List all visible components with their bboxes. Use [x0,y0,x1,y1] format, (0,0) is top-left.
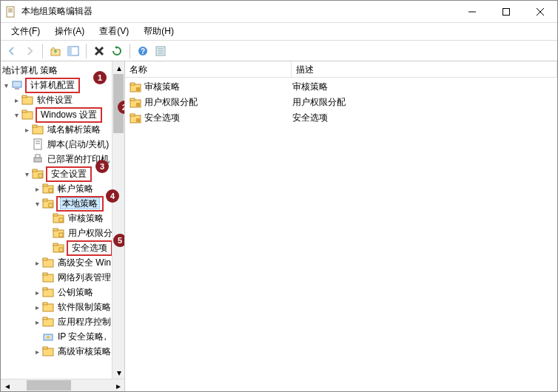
content-area: 地计算机 策略 ▾ 计算机配置 1 ▸ 软件设置 ▾ Windows 设置 [1,61,557,391]
scroll-up-button[interactable]: ▴ [112,61,125,74]
toolbar-separator [86,44,87,58]
tree[interactable]: 地计算机 策略 ▾ 计算机配置 1 ▸ 软件设置 ▾ Windows 设置 [1,61,124,360]
menu-action[interactable]: 操作(A) [47,24,92,39]
maximize-button[interactable] [489,1,523,23]
close-button[interactable] [523,1,557,23]
folder-icon [21,94,33,106]
scroll-left-button[interactable]: ◂ [1,379,13,391]
expand-icon[interactable]: ▸ [11,96,21,104]
expand-icon[interactable]: ▾ [11,111,21,119]
list-item-name: 审核策略 [144,81,180,93]
svg-rect-46 [59,233,63,237]
up-button[interactable] [47,43,64,59]
tree-item-account[interactable]: 帐户策略 [56,183,95,195]
tree-item-scripts[interactable]: 脚本(启动/关机) [46,138,110,151]
tree-item-audit[interactable]: 审核策略 [67,212,105,225]
toolbar: ? [1,41,557,61]
annotation-badge-3: 3 [95,160,109,173]
tree-item-adv-audit[interactable]: 高级审核策略 [56,345,112,358]
svg-rect-40 [49,203,53,207]
column-desc[interactable]: 描述 [292,61,557,77]
svg-rect-26 [33,125,37,127]
ipsec-icon [42,331,54,342]
delete-button[interactable] [91,43,107,59]
help-button[interactable]: ? [135,43,151,59]
scroll-down-button[interactable]: ▾ [112,366,125,379]
tree-item-software-restrict[interactable]: 软件限制策略 [56,301,112,314]
list-item-name: 安全选项 [144,112,180,124]
folder-icon [32,124,44,135]
tree-item-adv-win[interactable]: 高级安全 Win [56,257,112,269]
toolbar-separator [42,44,43,58]
window-title: 本地组策略编辑器 [21,5,455,18]
list-row[interactable]: 审核策略审核策略 [125,79,557,95]
expand-icon[interactable]: ▸ [32,185,42,193]
expand-icon[interactable]: ▸ [32,288,42,297]
tree-horizontal-scrollbar[interactable]: ◂ ▸ [1,379,124,391]
tree-item-nlm[interactable]: 网络列表管理 [56,271,112,284]
svg-rect-57 [43,303,47,305]
expand-icon[interactable]: ▸ [32,318,42,326]
folder-icon [21,109,33,121]
annotation-badge-5: 5 [113,234,124,247]
svg-point-61 [47,336,50,339]
tree-pane: 地计算机 策略 ▾ 计算机配置 1 ▸ 软件设置 ▾ Windows 设置 [1,61,125,391]
tree-item-appctrl[interactable]: 应用程序控制 [56,316,112,328]
tree-item-user-rights[interactable]: 用户权限分 [67,227,114,240]
svg-rect-69 [136,103,140,107]
tree-item-dns[interactable]: 域名解析策略 [46,124,102,136]
annotation-badge-1: 1 [93,71,107,84]
folder-lock-icon [130,112,141,124]
expand-icon[interactable]: ▸ [32,259,42,267]
scroll-right-button[interactable]: ▸ [112,379,124,391]
expand-icon[interactable]: ▸ [21,126,32,134]
menu-view[interactable]: 查看(V) [92,24,136,39]
app-icon [5,6,17,18]
tree-item-security-options: 安全选项 [67,240,112,256]
printer-icon [32,153,44,165]
svg-rect-27 [34,139,41,149]
folder-lock-icon [42,183,54,195]
expand-icon[interactable]: ▾ [32,200,42,208]
show-hide-tree-button[interactable] [65,43,81,59]
svg-rect-22 [22,95,27,98]
computer-icon [11,79,23,91]
list-item-desc: 审核策略 [288,81,557,93]
back-button[interactable] [4,43,20,59]
svg-rect-20 [15,88,19,89]
menu-file[interactable]: 文件(F) [4,24,47,39]
tree-item-security-settings: 安全设置 [46,166,92,182]
svg-rect-55 [43,288,47,290]
properties-button[interactable] [152,43,169,59]
svg-rect-24 [22,110,27,112]
svg-rect-37 [49,189,53,192]
minimize-button[interactable] [455,1,489,23]
expand-icon[interactable]: ▾ [21,170,32,178]
folder-lock-icon [42,197,54,209]
folder-lock-icon [130,81,141,93]
svg-text:?: ? [141,47,145,55]
column-name[interactable]: 名称 [125,61,292,77]
tree-root[interactable]: 地计算机 策略 [1,64,59,77]
scroll-thumb[interactable] [27,380,71,391]
tree-item-ipsec[interactable]: IP 安全策略, [56,331,108,343]
list-item-desc: 用户权限分配 [288,96,557,109]
refresh-button[interactable] [109,43,125,59]
list-body[interactable]: 审核策略审核策略用户权限分配用户权限分配安全选项安全选项 [125,78,557,391]
list-item-desc: 安全选项 [288,112,557,124]
menu-help[interactable]: 帮助(H) [136,24,181,39]
expand-icon[interactable]: ▸ [32,348,42,356]
expand-icon[interactable]: ▾ [1,81,11,89]
list-pane: 名称 描述 审核策略审核策略用户权限分配用户权限分配安全选项安全选项 [125,61,557,391]
folder-lock-icon [53,212,64,224]
menu-bar: 文件(F) 操作(A) 查看(V) 帮助(H) [1,23,557,41]
forward-button[interactable] [21,43,38,59]
tree-item-software[interactable]: 软件设置 [36,94,74,107]
folder-icon [42,286,54,298]
tree-item-pubkey[interactable]: 公钥策略 [56,286,95,299]
list-row[interactable]: 用户权限分配用户权限分配 [125,95,557,110]
folder-lock-icon [53,242,64,254]
expand-icon[interactable]: ▸ [32,303,42,311]
list-row[interactable]: 安全选项安全选项 [125,110,557,126]
svg-rect-33 [33,169,37,172]
